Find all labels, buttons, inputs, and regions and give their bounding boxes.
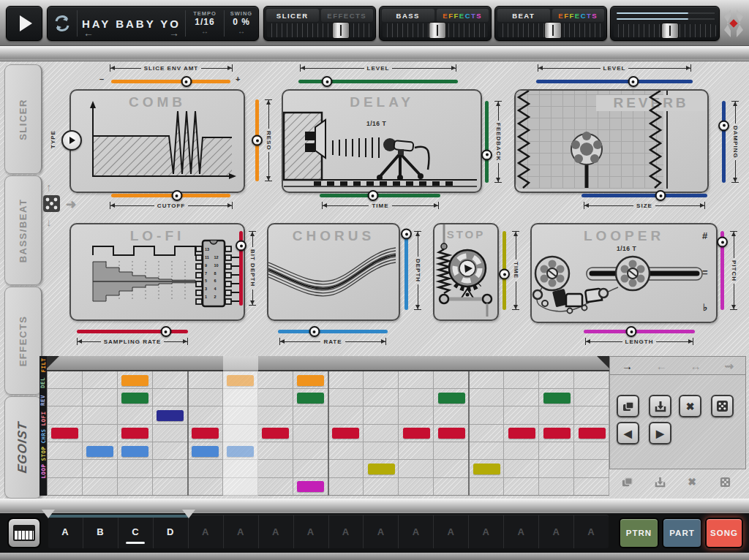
step-cell-del-12[interactable] (438, 393, 465, 404)
pattern-slot-9[interactable]: A (329, 515, 364, 548)
copy-all-button[interactable] (620, 475, 633, 488)
step-cell-lofi-15[interactable] (543, 428, 571, 439)
swing-control[interactable]: SWING 0 % ↔ (225, 7, 258, 40)
pattern-slot-10[interactable]: A (364, 515, 399, 548)
step-cell-lofi-7[interactable] (262, 428, 289, 439)
sync-button[interactable] (48, 7, 77, 40)
mode-button-song[interactable]: SONG (705, 518, 743, 548)
tempo-control[interactable]: TEMPO 1/16 ↔ (186, 7, 224, 40)
reverb-damping-slider[interactable] (718, 101, 729, 183)
tab-effects[interactable]: EFFECTS (4, 287, 42, 395)
bass-crossfader-handle[interactable] (429, 22, 446, 39)
step-cell-chrs-2[interactable] (86, 446, 113, 457)
pattern-slot-6[interactable]: A (224, 515, 259, 548)
reverb-size-slider[interactable] (581, 190, 707, 201)
pattern-slot-4[interactable]: D (154, 515, 189, 548)
pattern-slot-14[interactable]: A (504, 515, 539, 548)
mode-button-ptrn[interactable]: PTRN (619, 518, 659, 548)
beat-crossfader[interactable] (498, 23, 603, 37)
chorus-rate-slider[interactable] (278, 326, 388, 337)
mode-button-part[interactable]: PART (662, 518, 702, 548)
direction-pingpong-icon[interactable]: ↔ (690, 360, 701, 371)
pattern-slot-1[interactable]: A (48, 515, 83, 548)
step-cell-lofi-12[interactable] (438, 428, 465, 439)
comb-reso-slider[interactable] (252, 99, 263, 181)
pattern-slot-5[interactable]: A (189, 515, 224, 548)
step-cell-loop-8[interactable] (297, 481, 324, 492)
step-cell-lofi-1[interactable] (51, 428, 78, 439)
beat-source-button[interactable]: BEAT (497, 9, 550, 22)
bass-crossfader[interactable] (383, 23, 488, 37)
paste-button[interactable] (649, 395, 671, 417)
paste-all-button[interactable] (653, 475, 666, 488)
randomize-down-arrow[interactable]: ↓ (46, 216, 52, 227)
tempo-drag-icon[interactable]: ↔ (201, 27, 208, 36)
direction-random-icon[interactable]: ⇝ (724, 360, 734, 371)
step-cell-rev-4[interactable] (157, 410, 184, 421)
step-cell-filt-8[interactable] (297, 375, 324, 386)
step-cell-lofi-3[interactable] (121, 428, 148, 439)
position-bar[interactable] (47, 356, 609, 371)
step-cell-filt-6[interactable] (227, 375, 254, 386)
pattern-slot-11[interactable]: A (399, 515, 434, 548)
step-cell-del-15[interactable] (543, 393, 571, 404)
chorus-depth-slider[interactable] (401, 231, 412, 310)
pattern-slot-13[interactable]: A (469, 515, 504, 548)
slicer-source-button[interactable]: SLICER (266, 9, 319, 22)
slicer-effects-button[interactable]: EFFECTS (321, 9, 374, 22)
randomize-right-arrow[interactable]: ➜ (66, 198, 76, 211)
step-cell-chrs-3[interactable] (121, 446, 148, 457)
beat-effects-button[interactable]: EFFECTS (552, 9, 605, 22)
pattern-slot-7[interactable]: A (259, 515, 294, 548)
step-cell-lofi-14[interactable] (508, 428, 535, 439)
tab-bass-beat[interactable]: BASS/BEAT (4, 175, 42, 285)
delay-time-slider[interactable] (320, 190, 440, 201)
pattern-slot-16[interactable]: A (574, 515, 609, 548)
delay-level-slider[interactable] (298, 76, 458, 87)
pattern-slot-3[interactable]: C (118, 515, 154, 548)
randomize-up-arrow[interactable]: ↑ (46, 181, 52, 192)
play-button[interactable] (6, 6, 42, 41)
preset-next-arrow[interactable]: → (169, 27, 179, 39)
delay-feedback-slider[interactable] (481, 101, 492, 183)
direction-backward-icon[interactable]: ← (656, 360, 667, 371)
comb-type-button[interactable] (61, 130, 82, 151)
comb-cutoff-slider[interactable] (111, 190, 230, 201)
lofi-sampling-rate-slider[interactable] (77, 326, 188, 337)
shift-left-button[interactable]: ◀ (617, 422, 639, 444)
keyboard-mode-button[interactable] (7, 518, 41, 548)
clear-button[interactable]: ✖ (679, 395, 701, 417)
bass-source-button[interactable]: BASS (382, 9, 434, 22)
random-all-button[interactable] (718, 475, 731, 488)
step-cell-lofi-11[interactable] (403, 428, 430, 439)
step-cell-stop-10[interactable] (368, 463, 395, 474)
beat-crossfader-handle[interactable] (544, 22, 562, 39)
step-cell-lofi-9[interactable] (332, 428, 359, 439)
clear-all-button[interactable]: ✖ (685, 475, 699, 488)
dice-icon[interactable] (42, 194, 61, 213)
pattern-slot-12[interactable]: A (434, 515, 469, 548)
volume-slider[interactable] (614, 24, 716, 37)
stop-time-slider[interactable] (499, 231, 510, 310)
part-loop-start-marker[interactable] (42, 510, 55, 518)
part-loop-end-marker[interactable] (182, 510, 195, 518)
tab-slicer[interactable]: SLICER (4, 64, 42, 174)
step-cell-lofi-16[interactable] (579, 428, 606, 439)
pattern-slot-15[interactable]: A (539, 515, 574, 548)
pattern-slot-8[interactable]: A (294, 515, 329, 548)
bass-effects-button[interactable]: EFFECTS (437, 9, 489, 22)
slicer-crossfader-handle[interactable] (332, 22, 350, 39)
slicer-crossfader[interactable] (267, 23, 372, 37)
loop-start-marker[interactable] (47, 356, 59, 368)
step-cell-del-8[interactable] (297, 393, 324, 404)
direction-forward-icon[interactable]: → (622, 360, 633, 371)
step-cell-lofi-5[interactable] (192, 428, 219, 439)
step-cell-filt-3[interactable] (121, 375, 148, 386)
looper-length-slider[interactable] (584, 326, 695, 337)
step-cell-chrs-5[interactable] (192, 446, 219, 457)
lofi-bitdepth-slider[interactable] (236, 231, 246, 306)
looper-pitch-slider[interactable] (717, 231, 728, 310)
step-cell-chrs-6[interactable] (227, 446, 254, 457)
step-cell-del-3[interactable] (121, 393, 148, 404)
step-cell-stop-13[interactable] (473, 463, 500, 474)
